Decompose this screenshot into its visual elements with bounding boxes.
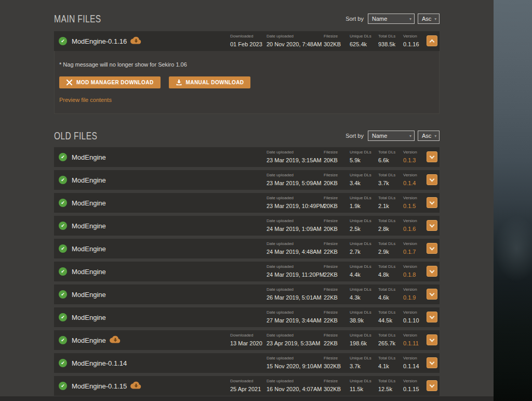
stat-label: Unique DLs [350, 356, 371, 361]
expand-file-button[interactable] [427, 334, 437, 345]
stat-label: Unique DLs [350, 173, 371, 178]
stat-label: Version [403, 241, 417, 247]
sort-field-select[interactable]: Name ▾ [368, 14, 415, 24]
stat-label: Total DLs [378, 264, 395, 269]
stat-value: 2.8k [378, 225, 395, 233]
stat-uploaded: Date uploaded 26 Mar 2019, 5:01AM [267, 287, 322, 302]
stat-label: Date uploaded [267, 34, 322, 39]
stat-filesize: Filesize 20KB [324, 196, 338, 210]
stat-value: 3.7k [378, 179, 395, 187]
file-row: ✔ ModEngine-0.1.14 Date uploaded 15 Nov … [54, 353, 440, 373]
check-icon: ✔ [59, 359, 67, 367]
check-icon: ✔ [59, 199, 67, 207]
stat-unique-dls: Unique DLs 5.9k [350, 150, 371, 164]
expand-file-button[interactable] [427, 197, 437, 208]
background-image [494, 0, 532, 401]
stat-unique-dls: Unique DLs 38.9k [350, 310, 371, 325]
stat-label: Version [403, 196, 417, 201]
stat-version: Version 0.1.3 [403, 150, 417, 164]
stat-version: Version 0.1.15 [403, 379, 419, 393]
stat-unique-dls: Unique DLs 4.4k [350, 264, 371, 279]
expand-file-button[interactable] [427, 380, 437, 391]
file-name: ModEngine-0.1.16 [72, 37, 127, 45]
stat-value: 0.1.7 [403, 248, 417, 256]
stat-value: 0.1.8 [403, 270, 417, 279]
main-files-sort: Sort by Name ▾ Asc ▾ [345, 14, 440, 24]
expand-file-button[interactable] [427, 312, 437, 322]
stat-total-dls: Total DLs 12.5k [378, 379, 395, 393]
stat-unique-dls: Unique DLs 625.4k [350, 34, 371, 48]
expand-file-button[interactable] [427, 220, 437, 231]
expand-file-button[interactable] [427, 357, 437, 368]
stat-value: 27 Mar 2019, 3:44AM [267, 316, 322, 325]
sort-direction-select[interactable]: Asc ▾ [418, 131, 440, 141]
expand-file-button[interactable] [427, 266, 437, 277]
stat-value: 0.1.5 [403, 202, 417, 210]
stat-label: Total DLs [378, 218, 395, 224]
file-row: ✔ ModEngine Date uploaded 23 Mar 2019, 1… [54, 193, 440, 213]
expand-file-button[interactable] [427, 174, 437, 185]
stat-unique-dls: Unique DLs 1.9k [350, 196, 371, 210]
stat-label: Filesize [324, 287, 338, 292]
stat-value: 23 Mar 2019, 5:09AM [267, 179, 322, 187]
stat-filesize: Filesize 22KB [324, 264, 338, 279]
stat-total-dls: Total DLs 44.5k [378, 310, 395, 325]
stat-label: Filesize [324, 241, 338, 247]
stat-value: 2.9k [378, 248, 395, 256]
stat-filesize: Filesize 20KB [324, 150, 338, 164]
stat-version: Version 0.1.10 [403, 310, 419, 325]
stat-label: Unique DLs [350, 264, 371, 269]
stat-uploaded: Date uploaded 27 Mar 2019, 3:44AM [267, 310, 322, 325]
stat-value: 0.1.4 [403, 179, 417, 187]
collapse-file-button[interactable] [427, 35, 437, 46]
manual-download-button[interactable]: MANUAL DOWNLOAD [169, 76, 251, 88]
stat-label: Version [403, 173, 417, 178]
main-files-title: MAIN FILES [54, 13, 101, 25]
stat-unique-dls: Unique DLs 2.7k [350, 241, 371, 256]
expand-file-button[interactable] [427, 289, 437, 300]
expand-file-button[interactable] [427, 243, 437, 254]
stat-filesize: Filesize 22KB [324, 310, 338, 325]
stat-label: Version [403, 264, 417, 269]
stat-label: Date uploaded [267, 333, 320, 338]
stat-value: 3.7k [350, 362, 371, 370]
stat-version: Version 0.1.7 [403, 241, 417, 256]
stat-value: 24 Mar 2019, 11:20PM [267, 270, 324, 279]
sort-direction-select[interactable]: Asc ▾ [418, 14, 440, 24]
stat-label: Date uploaded [267, 196, 325, 201]
check-icon: ✔ [59, 336, 67, 344]
stat-unique-dls: Unique DLs 3.7k [350, 356, 371, 370]
check-icon: ✔ [59, 153, 67, 161]
file-description-note: * Nag message will no longer show for Se… [59, 61, 439, 68]
file-name: ModEngine [72, 199, 106, 207]
stat-filesize: Filesize 302KB [324, 34, 341, 48]
stat-label: Version [403, 333, 419, 338]
expand-file-button[interactable] [427, 151, 437, 162]
stat-value: 38.9k [350, 316, 371, 325]
chevron-down-icon [430, 222, 435, 227]
stat-value: 20KB [324, 202, 338, 210]
sort-field-value: Name [372, 133, 387, 139]
preview-file-contents-link[interactable]: Preview file contents [59, 97, 112, 103]
stat-value: 0.1.10 [403, 316, 419, 325]
stat-label: Date uploaded [267, 356, 322, 361]
stat-label: Unique DLs [350, 310, 371, 315]
stat-label: Total DLs [378, 34, 395, 39]
file-row: ✔ ModEngine Date uploaded 24 Mar 2019, 1… [54, 216, 440, 236]
sort-by-label: Sort by [345, 16, 364, 22]
check-icon: ✔ [59, 313, 67, 321]
stat-version: Version 0.1.6 [403, 218, 417, 233]
stat-label: Total DLs [378, 287, 395, 292]
stat-value: 24 Mar 2019, 1:09AM [267, 225, 322, 233]
stat-value: 16 Nov 2020, 4:07AM [267, 385, 322, 393]
stat-filesize: Filesize 22KB [324, 241, 338, 256]
chevron-down-icon [430, 314, 435, 319]
mod-manager-download-button[interactable]: MOD MANAGER DOWNLOAD [59, 76, 161, 88]
sort-field-select[interactable]: Name ▾ [368, 131, 415, 141]
stat-label: Version [403, 218, 417, 224]
stat-label: Total DLs [378, 150, 395, 155]
stat-label: Date uploaded [267, 310, 322, 315]
sort-direction-value: Asc [422, 16, 431, 22]
stat-version: Version 0.1.14 [403, 356, 419, 370]
stat-value: 2.7k [350, 248, 371, 256]
